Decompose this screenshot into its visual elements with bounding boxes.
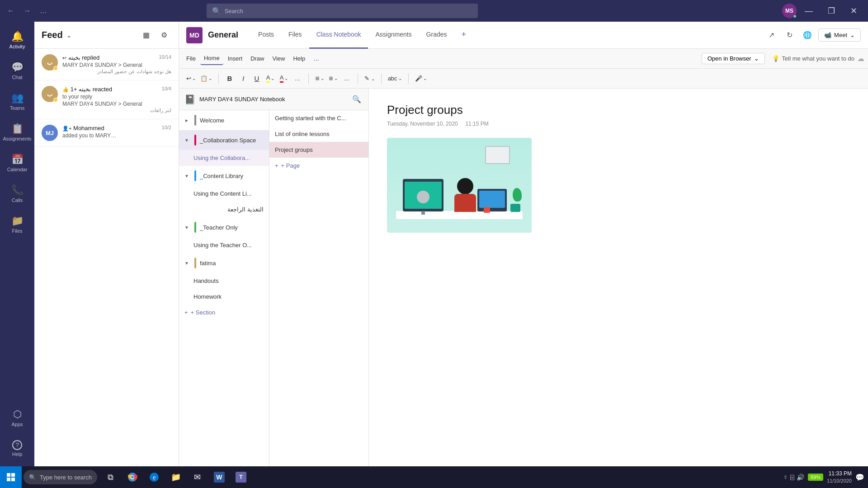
section-name: _Teacher Only <box>200 224 264 231</box>
sidebar-item-chat[interactable]: 💬 Chat <box>2 56 33 85</box>
menu-help[interactable]: Help <box>289 52 309 65</box>
forward-button[interactable]: → <box>20 4 34 18</box>
taskbar-icons: ⧉ e 📁 ✉ W <box>101 467 251 487</box>
refresh-button[interactable]: ↻ <box>782 28 797 42</box>
tab-grades[interactable]: Grades <box>419 22 454 49</box>
section-subitem[interactable]: Handouts <box>179 273 269 289</box>
notebook-sections: ► Welcome ▼ _Collaboration Space Using t… <box>179 110 368 466</box>
section-subitem[interactable]: Homework <box>179 289 269 305</box>
chevron-icon: ► <box>184 118 191 123</box>
menu-draw[interactable]: Draw <box>247 52 268 65</box>
undo-button[interactable]: ↩ ⌄ <box>184 72 198 85</box>
search-input[interactable] <box>225 8 472 14</box>
sidebar-item-teams[interactable]: 👥 Teams <box>2 87 33 116</box>
tab-assignments[interactable]: Assignments <box>368 22 419 49</box>
tab-class-notebook[interactable]: Class Notebook <box>309 22 368 49</box>
teams-taskbar-button[interactable]: T <box>231 467 251 487</box>
sidebar-item-assignments[interactable]: 📋 Assignments <box>2 117 33 146</box>
more-formatting-button[interactable]: … <box>291 72 304 85</box>
expand-button[interactable]: ↗ <box>764 28 778 42</box>
feed-item[interactable]: MJ 👤+ Mohammed 10/2 added you to MARY… <box>34 119 179 147</box>
section-item-teacher-only[interactable]: ▼ _Teacher Only <box>179 217 269 237</box>
section-item-fatima[interactable]: ▼ fatima <box>179 253 269 273</box>
section-item-welcome[interactable]: ► Welcome <box>179 110 269 130</box>
svg-rect-1 <box>11 473 15 477</box>
menu-file[interactable]: File <box>183 52 199 65</box>
page-item[interactable]: List of online lessons <box>269 126 368 142</box>
menu-view[interactable]: View <box>269 52 289 65</box>
feed-filter-button[interactable]: ▦ <box>139 28 153 42</box>
underline-button[interactable]: U <box>250 72 263 85</box>
more-nav-button[interactable]: … <box>36 4 51 18</box>
feed-item[interactable]: ب ↩ بخيته replied 10/14 MARY DAY4 SUNDAY… <box>34 49 179 80</box>
menu-more[interactable]: … <box>310 52 323 65</box>
globe-button[interactable]: 🌐 <box>800 28 815 42</box>
bullets-button[interactable]: ≡ ⌄ <box>313 72 326 85</box>
mail-button[interactable]: ✉ <box>188 467 208 487</box>
sidebar-item-calendar[interactable]: 📅 Calendar <box>2 148 33 177</box>
tab-posts[interactable]: Posts <box>251 22 281 49</box>
global-search-bar[interactable]: 🔍 <box>207 4 478 18</box>
volume-icon: 🔊 <box>797 474 804 481</box>
sidebar-item-calls[interactable]: 📞 Calls <box>2 179 33 208</box>
edge-button[interactable]: e <box>144 467 164 487</box>
chevron-down-icon: ⌄ <box>271 76 274 81</box>
italic-button[interactable]: I <box>237 72 250 85</box>
styles-button[interactable]: ✎ ⌄ <box>363 72 377 85</box>
clipboard-button[interactable]: 📋 ⌄ <box>198 72 214 85</box>
title-nav: ← → … <box>0 4 54 18</box>
feed-item[interactable]: ب 👍 بخيته +1 reacted 10/4 to your reply … <box>34 80 179 119</box>
lightbulb-icon: 💡 <box>772 55 779 62</box>
tab-files[interactable]: Files <box>281 22 309 49</box>
user-avatar[interactable]: MS <box>782 4 797 18</box>
page-item-active[interactable]: Project groups <box>269 142 368 158</box>
feed-chevron-icon[interactable]: ⌄ <box>66 32 72 39</box>
meet-button[interactable]: 📹 Meet ⌄ <box>818 28 861 42</box>
highlight-button[interactable]: A ⌄ <box>264 72 277 85</box>
notebook-search-button[interactable]: 🔍 <box>350 93 363 106</box>
style-group: ✎ ⌄ <box>361 72 378 85</box>
apps-icon: ⬡ <box>13 408 22 420</box>
tab-plus[interactable]: + <box>454 22 474 49</box>
maximize-button[interactable]: ❐ <box>821 4 842 18</box>
taskview-button[interactable]: ⧉ <box>101 467 121 487</box>
section-subitem[interactable]: التغذية الراجعة <box>179 202 269 217</box>
start-button[interactable] <box>0 466 22 488</box>
add-page-button[interactable]: + + Page <box>269 158 368 174</box>
minimize-button[interactable]: — <box>798 4 819 18</box>
section-item-content-library[interactable]: ▼ _Content Library <box>179 166 269 186</box>
word-button[interactable]: W <box>209 467 229 487</box>
section-subitem[interactable]: Using the Collabora... <box>179 150 269 166</box>
chrome-button[interactable] <box>123 467 142 487</box>
section-color <box>194 115 196 126</box>
sidebar-item-apps[interactable]: ⬡ Apps <box>2 403 33 432</box>
up-arrow-icon[interactable]: ⇧ <box>783 474 788 480</box>
taskbar-search[interactable]: 🔍 Type here to search <box>24 470 97 484</box>
numbered-button[interactable]: ≡ ⌄ <box>327 72 340 85</box>
section-item-collaboration[interactable]: ▼ _Collaboration Space <box>179 130 269 150</box>
section-subitem[interactable]: Using the Content Li... <box>179 186 269 202</box>
sidebar-item-activity[interactable]: 🔔 Activity <box>2 25 33 54</box>
sidebar-item-help[interactable]: ? Help <box>2 434 33 463</box>
bold-button[interactable]: B <box>223 72 236 85</box>
notifications-icon[interactable]: 💬 <box>855 473 864 482</box>
close-button[interactable]: ✕ <box>844 4 864 18</box>
more-list-button[interactable]: … <box>340 72 353 85</box>
sidebar-item-files[interactable]: 📁 Files <box>2 210 33 239</box>
file-explorer-button[interactable]: 📁 <box>166 467 186 487</box>
page-item[interactable]: Getting started with the C... <box>269 110 368 126</box>
text-style-button[interactable]: abc ⌄ <box>386 72 404 85</box>
add-section-button[interactable]: + + Section <box>179 305 269 320</box>
font-color-button[interactable]: A ⌄ <box>278 72 290 85</box>
open-browser-button[interactable]: Open in Browser ⌄ <box>702 53 765 64</box>
dictate-button[interactable]: 🎤 ⌄ <box>413 72 429 85</box>
menu-home[interactable]: Home <box>200 52 223 65</box>
section-subitem[interactable]: Using the Teacher O... <box>179 237 269 253</box>
person-add-icon: 👤+ <box>62 126 71 131</box>
feed-item-text: to your reply <box>62 94 171 100</box>
back-button[interactable]: ← <box>4 4 18 18</box>
tell-me-bar[interactable]: 💡 Tell me what you want to do ☁ <box>772 54 864 63</box>
section-name: fatima <box>200 260 264 267</box>
feed-settings-button[interactable]: ⚙ <box>157 28 171 42</box>
menu-insert[interactable]: Insert <box>224 52 246 65</box>
